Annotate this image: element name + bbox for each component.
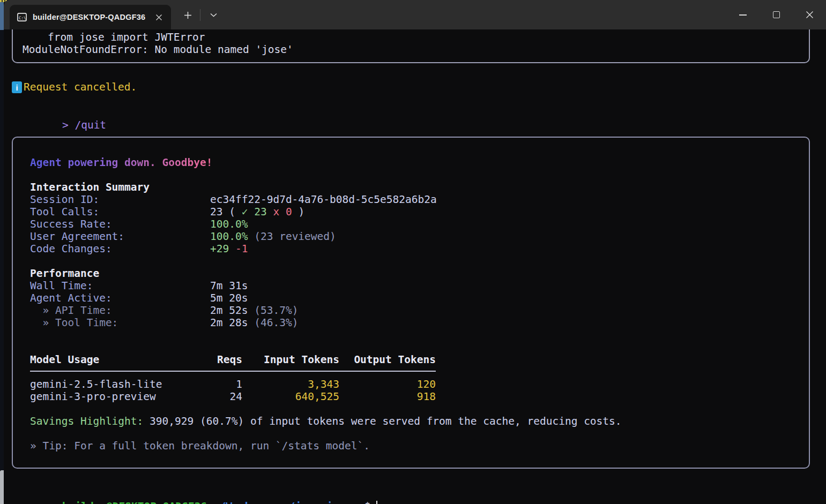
success-rate-value: 100.0% [210,218,248,230]
performance-heading: Performance [30,267,99,280]
background-window-sliver-gray [0,470,4,504]
background-window-sliver-blue [0,2,4,30]
model-name: gemini-3-pro-preview [30,390,212,403]
new-tab-button[interactable] [177,7,198,23]
goodbye-message: Agent powering down. Goodbye! [30,156,212,169]
minimize-button[interactable] [726,0,760,29]
tab-dropdown-button[interactable] [203,7,224,23]
maximize-button[interactable] [760,0,793,29]
interaction-summary-heading: Interaction Summary [30,181,150,193]
session-summary-box: Agent powering down. Goodbye! Interactio… [12,137,810,469]
command-text: /quit [75,119,106,131]
session-id-row: Session ID:ec34ff22-9d7d-4a76-b08d-5c5e5… [30,193,809,206]
lines-added: +29 [210,243,229,255]
agent-active-value: 5m 20s [210,292,248,304]
error-line: ModuleNotFoundError: No module named 'jo… [23,43,809,56]
prompt-user-host: builder@DESKTOP-QADGF36 [62,500,207,504]
prompt-path: ~/Workspaces/journiv-app [213,500,364,504]
lines-removed: -1 [229,243,248,255]
close-button[interactable] [793,0,826,29]
code-changes-row: Code Changes:+29 -1 [30,243,809,255]
close-icon [806,11,814,19]
tool-time-pct: (46.3%) [248,317,298,329]
agreement-note: (23 reviewed) [248,230,336,243]
table-separator [30,371,436,372]
window-controls [726,0,826,29]
error-output-box: from jose import JWTError ModuleNotFound… [12,29,810,63]
wall-time-row: Wall Time:7m 31s [30,280,809,292]
prompt-colon: : [207,500,213,504]
model-usage-heading: Model Usage [30,353,212,366]
terminal-window: C:\ builder@DESKTOP-QADGF36: [4,0,826,504]
notice-line: i Request cancelled. [12,81,137,93]
session-id-value: ec34ff22-9d7d-4a76-b08d-5c5e582a6b2a [210,193,437,206]
maximize-icon [773,11,780,18]
desktop: C:\ builder@DESKTOP-QADGF36: [0,0,826,504]
svg-text:C:\: C:\ [19,16,26,20]
terminal-tab[interactable]: C:\ builder@DESKTOP-QADGF36: [10,5,171,29]
model-name: gemini-2.5-flash-lite [30,378,212,390]
api-time-value: 2m 52s [210,304,248,317]
tip-text: » Tip: For a full token breakdown, run `… [30,440,370,452]
savings-highlight-row: Savings Highlight: 390,929 (60.7%) of in… [30,415,809,427]
notice-text: Request cancelled. [24,81,137,93]
table-row: gemini-2.5-flash-lite 1 3,343 120 [30,378,809,390]
tabbar-divider [200,9,200,21]
agent-active-row: Agent Active:5m 20s [30,292,809,304]
tool-calls-success: ✓ 23 [242,206,267,218]
table-row: gemini-3-pro-preview 24 640,525 918 [30,390,809,403]
api-time-pct: (53.7%) [248,304,298,317]
tool-calls-row: Tool Calls:23 ( ✓ 23 x 0 ) [30,206,809,218]
text-cursor[interactable] [376,501,377,504]
minimize-icon [739,14,747,16]
prompt-dollar: $ [364,500,370,504]
wall-time-value: 7m 31s [210,280,248,292]
tab-title: builder@DESKTOP-QADGF36: [33,13,146,21]
user-agreement-row: User Agreement:100.0% (23 reviewed) [30,230,809,243]
api-time-row: » API Time:2m 52s (53.7%) [30,304,809,317]
terminal-screen[interactable]: from jose import JWTError ModuleNotFound… [4,29,826,504]
command-caret: > [62,119,75,131]
tool-time-row: » Tool Time:2m 28s (46.3%) [30,317,809,329]
model-usage-header-row: Model Usage Reqs Input Tokens Output Tok… [30,353,809,366]
tab-close-icon[interactable] [152,10,166,24]
agreement-value: 100.0% [210,230,248,243]
tool-time-value: 2m 28s [210,317,248,329]
error-line: from jose import JWTError [23,31,809,43]
shell-prompt[interactable]: builder@DESKTOP-QADGF36:~/Workspaces/jou… [12,488,377,500]
info-icon: i [12,81,22,93]
savings-text: 390,929 (60.7%) of input tokens were ser… [143,415,621,427]
tool-calls-failed: x 0 [267,206,292,218]
savings-label: Savings Highlight: [30,415,143,427]
titlebar[interactable]: C:\ builder@DESKTOP-QADGF36: [4,0,826,29]
cmd-icon: C:\ [17,13,27,21]
background-window-sliver-dark [0,30,4,470]
success-rate-row: Success Rate:100.0% [30,218,809,230]
